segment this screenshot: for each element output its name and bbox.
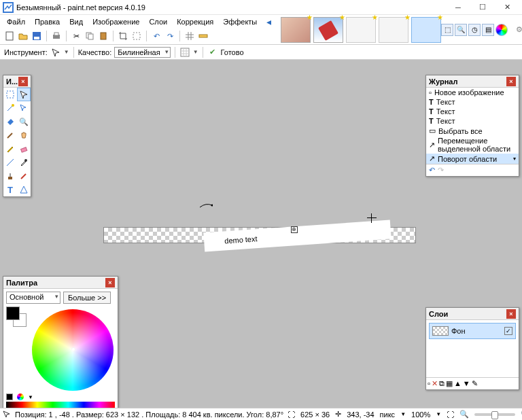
layer-down-icon[interactable]: ▼: [463, 379, 470, 388]
menu-arrow-icon[interactable]: ◂: [262, 15, 275, 29]
deselect-icon[interactable]: [131, 31, 142, 41]
tool-line-icon[interactable]: [3, 156, 17, 169]
thumb-4[interactable]: ★: [379, 17, 408, 43]
layer-row[interactable]: Фон ✓: [429, 323, 516, 339]
black-swatch-icon[interactable]: [6, 393, 13, 400]
history-close-icon[interactable]: ×: [506, 77, 516, 86]
thumb-5[interactable]: ★: [411, 17, 441, 43]
tools-panel-close-icon[interactable]: ×: [18, 77, 28, 86]
tool-pencil-icon[interactable]: [3, 142, 17, 156]
redo-icon[interactable]: ↷: [164, 31, 175, 41]
tool-palette-icon[interactable]: [495, 24, 508, 36]
layers-close-icon[interactable]: ×: [506, 309, 516, 319]
current-tool-icon[interactable]: [50, 47, 61, 58]
tool-text-icon[interactable]: T: [3, 183, 17, 196]
dup-layer-icon[interactable]: ⧉: [439, 379, 445, 388]
tool-layers-icon[interactable]: ▤: [482, 24, 494, 36]
thumb-2[interactable]: ★: [313, 17, 343, 43]
delete-layer-icon[interactable]: ✕: [432, 379, 438, 388]
ruler-icon[interactable]: [198, 31, 209, 41]
colors-close-icon[interactable]: ×: [105, 278, 115, 287]
tool-recolor-icon[interactable]: [17, 169, 31, 183]
thumb-1[interactable]: ★: [281, 17, 311, 43]
history-item[interactable]: TТекст: [426, 97, 519, 107]
tool-brush-icon[interactable]: [3, 128, 17, 142]
unit-dropdown-icon[interactable]: ▼: [400, 411, 406, 417]
new-icon[interactable]: [4, 31, 15, 41]
layer-props-icon[interactable]: ✎: [472, 379, 478, 388]
menu-effects[interactable]: Эффекты: [219, 16, 261, 27]
paste-icon[interactable]: [98, 31, 109, 41]
fit-window-icon[interactable]: ⛶: [447, 410, 454, 419]
layer-up-icon[interactable]: ▲: [454, 379, 462, 388]
history-item[interactable]: TТекст: [426, 107, 519, 116]
done-label[interactable]: Готово: [221, 48, 244, 56]
tool-wand-icon[interactable]: [3, 101, 17, 115]
done-check-icon[interactable]: ✔: [207, 47, 218, 58]
tool-move-select-icon[interactable]: [17, 101, 31, 115]
color-mode-dropdown[interactable]: Основной: [6, 292, 60, 304]
tool-clock-icon[interactable]: ◷: [468, 24, 481, 36]
copy-icon[interactable]: [84, 31, 95, 41]
more-button[interactable]: Больше >>: [63, 292, 111, 304]
history-item[interactable]: ↗Поворот области▾: [426, 154, 519, 164]
tool-shapes-icon[interactable]: [17, 183, 31, 196]
menu-correction[interactable]: Коррекция: [173, 16, 218, 27]
minimize-button[interactable]: ─: [446, 0, 470, 15]
workspace[interactable]: demo text ⊕ И...× 🔍 T Журнал× ▫Новое из: [0, 75, 522, 408]
add-layer-icon[interactable]: ▫: [428, 379, 430, 388]
rainbow-icon[interactable]: [17, 393, 24, 400]
grid-dropdown-icon[interactable]: ▼: [193, 49, 198, 55]
menu-image[interactable]: Изображение: [88, 16, 143, 27]
history-undo-icon[interactable]: ↶: [429, 166, 435, 175]
open-icon[interactable]: [18, 31, 29, 41]
layer-visible-checkbox[interactable]: ✓: [504, 327, 512, 335]
status-unit[interactable]: пикс: [380, 410, 396, 419]
pivot-icon[interactable]: [367, 213, 377, 223]
print-icon[interactable]: [51, 31, 62, 41]
canvas[interactable]: demo text ⊕: [103, 227, 416, 243]
menu-file[interactable]: Файл: [3, 16, 29, 27]
tool-clone-icon[interactable]: [3, 169, 17, 183]
fg-color-swatch[interactable]: [6, 307, 20, 320]
tool-dropdown-icon[interactable]: ▼: [64, 49, 69, 55]
zoom-dropdown-icon[interactable]: ▼: [436, 411, 441, 417]
settings-icon[interactable]: ⚙: [516, 25, 522, 34]
zoom-out-icon[interactable]: 🔍: [459, 410, 469, 419]
cut-icon[interactable]: ✂: [71, 31, 82, 41]
history-item[interactable]: TТекст: [426, 116, 519, 126]
palette-dropdown-icon[interactable]: ▼: [28, 394, 33, 400]
tool-window-icon[interactable]: ⬚: [441, 24, 453, 36]
merge-layer-icon[interactable]: ▦: [446, 379, 453, 388]
tool-fill-icon[interactable]: [3, 115, 17, 128]
tool-rect-select-icon[interactable]: [3, 88, 17, 101]
color-swatches[interactable]: [6, 307, 28, 328]
tool-magnify-icon[interactable]: 🔍: [455, 24, 467, 36]
zoom-slider[interactable]: [474, 413, 515, 416]
color-wheel[interactable]: [32, 309, 114, 391]
maximize-button[interactable]: ☐: [470, 0, 495, 15]
quality-dropdown[interactable]: Билинейная: [114, 47, 170, 58]
undo-icon[interactable]: ↶: [151, 31, 162, 41]
grid-icon[interactable]: [184, 31, 195, 41]
history-item[interactable]: ▭Выбрать все: [426, 126, 519, 136]
menu-layers[interactable]: Слои: [145, 16, 171, 27]
tool-zoom-icon[interactable]: 🔍: [17, 115, 31, 128]
wheel-indicator-icon[interactable]: [71, 347, 75, 351]
menu-edit[interactable]: Правка: [31, 16, 64, 27]
grid-toggle-icon[interactable]: [179, 47, 190, 58]
save-icon[interactable]: [31, 31, 42, 41]
crop-icon[interactable]: [118, 31, 128, 41]
chevron-down-icon[interactable]: ▾: [513, 156, 516, 162]
canvas-text[interactable]: demo text: [203, 220, 391, 251]
history-item[interactable]: ▫Новое изображение: [426, 88, 519, 97]
thumb-3[interactable]: ★: [346, 17, 376, 43]
rotation-handle-icon[interactable]: ⊕: [291, 226, 298, 233]
tool-hand-icon[interactable]: [17, 128, 31, 142]
tool-move-icon[interactable]: [17, 88, 31, 101]
close-button[interactable]: ✕: [495, 0, 519, 15]
tool-eraser-icon[interactable]: [17, 142, 31, 156]
menu-view[interactable]: Вид: [65, 16, 87, 27]
history-item[interactable]: ↗Перемещение выделенной области: [426, 136, 519, 154]
tool-eyedropper-icon[interactable]: [17, 156, 31, 169]
